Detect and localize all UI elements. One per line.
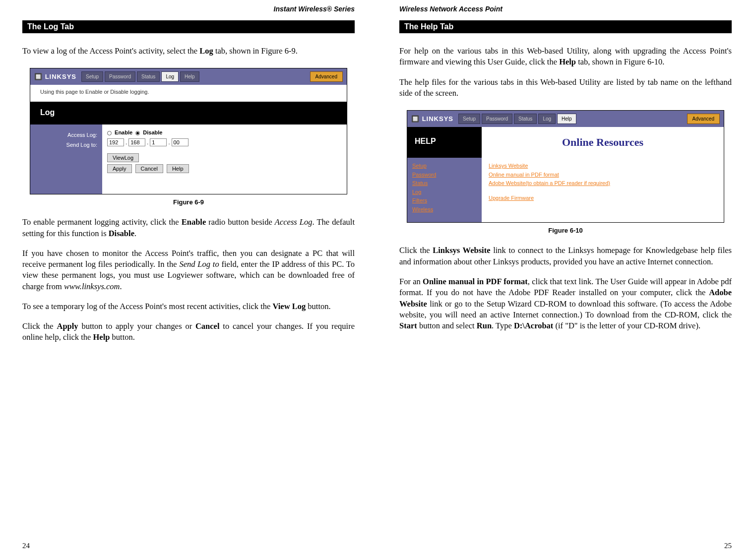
label-send-log-to: Send Log to:	[35, 140, 97, 150]
ui-description: Using this page to Enable or Disable log…	[30, 85, 347, 102]
ui-tabs: Setup Password Status Log Help	[81, 71, 305, 82]
radio-disable-label: Disable	[143, 129, 162, 135]
radio-enable[interactable]	[107, 131, 112, 135]
tab-help[interactable]: Help	[557, 114, 576, 124]
help-button[interactable]: Help	[167, 164, 189, 173]
menu-log[interactable]: Log	[412, 188, 477, 197]
page-24: Instant Wireless® Series The Log Tab To …	[0, 0, 377, 560]
linksys-logo: 🔲 LINKSYS	[411, 115, 453, 123]
linksys-logo: 🔲 LINKSYS	[34, 73, 76, 80]
cancel-button[interactable]: Cancel	[135, 164, 163, 173]
send-log-ip-row: . . .	[107, 138, 342, 146]
header-right: Wireless Network Access Point	[399, 5, 732, 13]
ui-tabs: Setup Password Status Log Help	[458, 114, 682, 124]
text: tab, shown in Figure 6-9.	[213, 46, 298, 56]
tab-password[interactable]: Password	[482, 114, 512, 124]
page-number-25: 25	[399, 542, 732, 550]
para-linksys-site: Click the Linksys Website link to connec…	[399, 245, 732, 267]
online-resources-title: Online Resources	[482, 127, 724, 158]
figure-6-10: 🔲 LINKSYS Setup Password Status Log Help…	[407, 110, 724, 223]
radio-enable-label: Enable	[115, 129, 132, 135]
menu-filters[interactable]: Filters	[412, 196, 477, 205]
menu-wireless[interactable]: Wireless	[412, 205, 477, 214]
tab-password[interactable]: Password	[105, 71, 135, 82]
text: To view a log of the Access Point's acti…	[22, 46, 199, 56]
page-number-24: 24	[22, 542, 355, 550]
advanced-button[interactable]: Advanced	[687, 114, 720, 124]
help-content: Linksys Website Online manual in PDF for…	[482, 158, 724, 222]
advanced-button[interactable]: Advanced	[310, 71, 343, 82]
tab-status[interactable]: Status	[137, 71, 160, 82]
para-viewlog: To see a temporary log of the Access Poi…	[22, 301, 355, 312]
ui-topbar: 🔲 LINKSYS Setup Password Status Log Help…	[30, 68, 347, 85]
ui-section-row: Log	[30, 102, 347, 124]
tab-log[interactable]: Log	[538, 114, 556, 124]
apply-button[interactable]: Apply	[107, 164, 132, 173]
figure-6-10-caption: Figure 6-10	[399, 227, 732, 234]
ip-octet-2[interactable]	[128, 138, 145, 146]
ip-octet-3[interactable]	[150, 138, 167, 146]
ui-labels-col: Access Log: Send Log to:	[30, 124, 102, 194]
para-enable: To enable permanent logging activity, cl…	[22, 217, 355, 239]
ip-octet-4[interactable]	[172, 138, 188, 146]
ui-section-label: Log	[30, 102, 102, 124]
ip-octet-1[interactable]	[107, 138, 124, 146]
section-help-tab: The Help Tab	[399, 20, 732, 33]
tab-setup[interactable]: Setup	[81, 71, 103, 82]
tab-log[interactable]: Log	[161, 71, 179, 82]
section-log-tab: The Log Tab	[22, 20, 355, 33]
menu-status[interactable]: Status	[412, 179, 477, 188]
view-log-button[interactable]: ViewLog	[107, 153, 139, 162]
figure-6-9-caption: Figure 6-9	[22, 198, 355, 206]
tab-setup[interactable]: Setup	[458, 114, 480, 124]
tab-help[interactable]: Help	[180, 71, 199, 82]
tab-status[interactable]: Status	[514, 114, 537, 124]
link-online-manual[interactable]: Online manual in PDF format	[489, 171, 717, 180]
radio-disable[interactable]	[135, 131, 140, 135]
ui-controls-col: Enable Disable . . . ViewLog Apply	[102, 124, 347, 194]
help-label: HELP	[407, 127, 482, 158]
link-adobe-website[interactable]: Adobe Website(to obtain a PDF reader if …	[489, 179, 717, 188]
page-25: Wireless Network Access Point The Help T…	[377, 0, 754, 560]
para-help-list: The help files for the various tabs in t…	[399, 77, 732, 99]
ui-topbar: 🔲 LINKSYS Setup Password Status Log Help…	[407, 111, 724, 127]
help-side-menu: Setup Password Status Log Filters Wirele…	[407, 158, 482, 222]
menu-password[interactable]: Password	[412, 171, 477, 180]
para-help-intro: For help on the various tabs in this Web…	[399, 46, 732, 68]
para-apply: Click the Apply button to apply your cha…	[22, 321, 355, 343]
figure-6-9: 🔲 LINKSYS Setup Password Status Log Help…	[30, 68, 347, 194]
para-pdf-manual: For an Online manual in PDF format, clic…	[399, 276, 732, 331]
bold-log: Log	[199, 46, 213, 56]
menu-setup[interactable]: Setup	[412, 162, 477, 171]
para-sendlog: If you have chosen to monitor the Access…	[22, 248, 355, 292]
access-log-radio-group: Enable Disable	[107, 129, 342, 135]
para-log-intro: To view a log of the Access Point's acti…	[22, 46, 355, 57]
header-left: Instant Wireless® Series	[22, 5, 355, 13]
label-access-log: Access Log:	[35, 130, 97, 140]
link-upgrade-firmware[interactable]: Upgrade Firmware	[489, 194, 717, 203]
link-linksys-website[interactable]: Linksys Website	[489, 162, 717, 171]
